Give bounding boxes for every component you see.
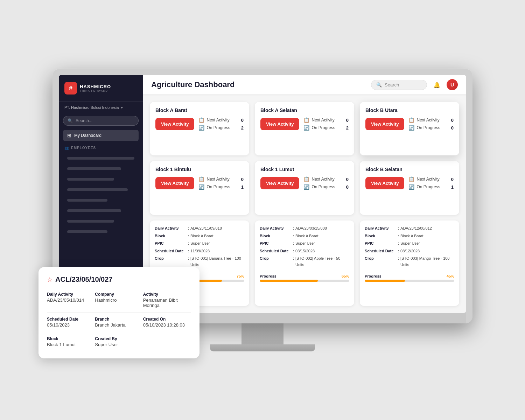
- list-item[interactable]: [63, 227, 139, 237]
- progress-bar-track: [365, 280, 454, 282]
- search-icon: 🔍: [68, 118, 73, 123]
- block-card-a-selatan: Block A Selatan View Activity 📋 Next Act…: [255, 102, 354, 155]
- view-activity-button[interactable]: View Activity: [155, 177, 194, 189]
- chevron-down-icon: ▼: [120, 106, 124, 110]
- block-card-1-lumut: Block 1 Lumut View Activity 📋 Next Activ…: [255, 161, 354, 215]
- view-activity-button[interactable]: View Activity: [260, 118, 299, 130]
- popup-field-label: Activity: [143, 292, 191, 297]
- activity-field-value: ADA/23/03/15/008: [295, 225, 327, 232]
- progress-bar-track: [260, 280, 349, 282]
- popup-field-label: Block: [47, 336, 95, 341]
- logo-text: HASHMICRO THINK FORWARD: [80, 84, 111, 92]
- popup-field-value: 05/10/2023 10:28:03: [143, 322, 191, 328]
- stat-row-progress: 🔄 On Progress 0: [303, 184, 349, 190]
- on-progress-icon: 🔄: [408, 184, 414, 190]
- list-item[interactable]: [63, 195, 139, 205]
- popup-field-label: Company: [95, 292, 143, 297]
- on-progress-label: 🔄 On Progress: [198, 184, 230, 190]
- on-progress-value: 1: [451, 184, 454, 190]
- popup-field-label: Daily Activity: [47, 292, 95, 297]
- popup-field-value: 05/10/2023: [47, 322, 95, 328]
- popup-field-value: Branch Jakarta: [95, 322, 143, 328]
- next-activity-icon: 📋: [408, 117, 414, 123]
- activity-field-label: Scheduled Date: [155, 248, 188, 254]
- sidebar-logo: # HASHMICRO THINK FORWARD: [59, 75, 143, 102]
- list-item[interactable]: [63, 164, 139, 174]
- list-item[interactable]: [63, 216, 139, 226]
- activity-field-value: ADA/23/12/08/012: [400, 225, 432, 232]
- employees-icon: 👥: [64, 146, 69, 150]
- list-item[interactable]: [63, 153, 139, 163]
- list-item[interactable]: [63, 206, 139, 216]
- monitor-stand-base: [210, 344, 315, 351]
- topbar-right: 🔍 Search 🔔 U: [371, 79, 458, 90]
- block-card-1-bintulu: Block 1 Bintulu View Activity 📋 Next Act…: [150, 161, 249, 215]
- view-activity-button[interactable]: View Activity: [365, 177, 404, 189]
- next-activity-icon: 📋: [408, 176, 414, 182]
- sidebar-search-box[interactable]: 🔍: [63, 116, 139, 126]
- block-card-body: View Activity 📋 Next Activity 0: [260, 176, 349, 190]
- sidebar-active-label: My Dashboard: [74, 133, 102, 138]
- activity-field-value: [STO-003] Mango Tree - 100 Units: [400, 255, 454, 268]
- progress-section: Progress 65%: [260, 271, 349, 282]
- progress-value: 65%: [342, 274, 349, 278]
- search-placeholder-text: Search: [385, 82, 399, 88]
- on-progress-label: 🔄 On Progress: [303, 125, 335, 131]
- on-progress-icon: 🔄: [303, 184, 309, 190]
- popup-field-label: Created On: [143, 317, 191, 322]
- activity-field-label: Block: [260, 233, 293, 239]
- company-name[interactable]: PT. Hashmicro Solusi Indonesia ▼: [59, 102, 143, 113]
- block-card-b-selatan: Block B Selatan View Activity 📋 Next Act…: [360, 161, 459, 215]
- popup-field-value: Block 1 Lumut: [47, 342, 95, 347]
- list-item[interactable]: [63, 174, 139, 184]
- on-progress-value: 0: [451, 125, 454, 131]
- activity-field-label: Scheduled Date: [260, 248, 293, 254]
- block-card-a-barat: Block A Barat View Activity 📋 Next Activ…: [150, 102, 249, 155]
- activity-field-label: Crop: [155, 255, 188, 268]
- next-activity-label: 📋 Next Activity: [198, 176, 229, 182]
- stat-row-progress: 🔄 On Progress 1: [198, 184, 244, 190]
- notification-icon[interactable]: 🔔: [431, 79, 442, 90]
- search-input[interactable]: [76, 118, 134, 123]
- list-item[interactable]: [63, 185, 139, 195]
- sidebar-item-my-dashboard[interactable]: ⊞ My Dashboard: [63, 130, 139, 141]
- progress-label: Progress: [365, 274, 382, 278]
- view-activity-button[interactable]: View Activity: [365, 118, 404, 130]
- popup-field-label: Created By: [95, 336, 143, 341]
- stat-row-progress: 🔄 On Progress 2: [198, 125, 244, 131]
- on-progress-value: 0: [346, 184, 349, 190]
- activity-field-value: Block A Barat: [190, 233, 213, 239]
- popup-field-value: Penanaman Bibit Moringa: [143, 298, 191, 308]
- topbar: Agriculture Dashboard 🔍 Search 🔔 U: [143, 75, 466, 95]
- progress-section: Progress 45%: [365, 271, 454, 282]
- activity-field-value: Block A Barat: [295, 233, 318, 239]
- activity-field-label: Block: [365, 233, 398, 239]
- next-activity-label: 📋 Next Activity: [303, 117, 334, 123]
- popup-field-value: ADA/23/05/10/014: [47, 298, 95, 303]
- popup-company: Company Hashmicro: [95, 289, 143, 311]
- progress-label: Progress: [260, 274, 276, 278]
- block-card-b-utara: Block B Utara View Activity 📋 Next Activ…: [360, 102, 459, 155]
- activity-field-value: 08/12/2023: [400, 248, 420, 254]
- block-card-body: View Activity 📋 Next Activity 0: [260, 117, 349, 131]
- progress-bar-fill: [365, 280, 405, 282]
- monitor-stand-neck: [241, 323, 284, 344]
- activity-field-value: Block A Barat: [400, 233, 423, 239]
- block-card-body: View Activity 📋 Next Activity 0: [365, 117, 454, 131]
- stat-row-next: 📋 Next Activity 0: [303, 117, 349, 123]
- topbar-search[interactable]: 🔍 Search: [371, 80, 427, 90]
- on-progress-label: 🔄 On Progress: [408, 184, 440, 190]
- block-title: Block A Barat: [155, 107, 244, 113]
- view-activity-button[interactable]: View Activity: [155, 118, 194, 130]
- avatar[interactable]: U: [447, 79, 458, 90]
- activity-field-value: Super User: [295, 240, 315, 247]
- view-activity-button[interactable]: View Activity: [260, 177, 299, 189]
- stat-row-progress: 🔄 On Progress 0: [408, 125, 454, 131]
- block-title: Block 1 Lumut: [260, 167, 349, 172]
- logo-tagline: THINK FORWARD: [80, 89, 111, 92]
- activity-card-3: Daily Activity : ADA/23/12/08/012 Block …: [360, 220, 459, 306]
- activity-field-label: PPIC: [365, 240, 398, 247]
- popup-field-value: Hashmicro: [95, 298, 143, 303]
- on-progress-value: 1: [241, 184, 244, 190]
- activity-field-label: Daily Activity: [365, 225, 398, 232]
